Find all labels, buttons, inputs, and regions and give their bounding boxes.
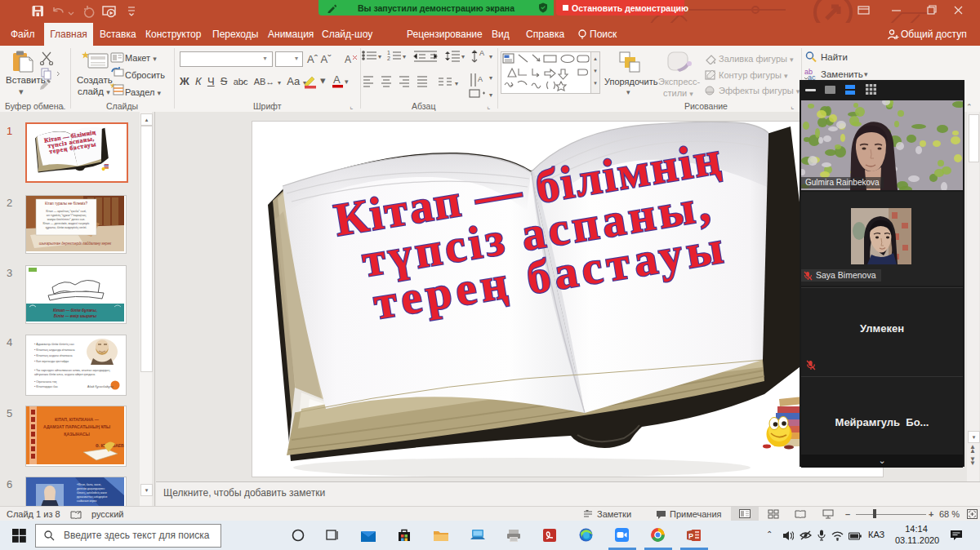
svg-text:1: 1 [387,50,390,55]
svg-text:▾: ▾ [489,74,492,82]
svg-text:А: А [479,49,484,57]
svg-text:А: А [333,73,341,86]
svg-text:Кітап — арабтың "қасба" сөзі,: Кітап — арабтың "қасба" сөзі, [46,210,86,213]
svg-text:Абай Құнанбайұлы: Абай Құнанбайұлы [87,385,114,388]
svg-text:• Адамзатқа білім біліктің сан: • Адамзатқа білім біліктің сан [34,343,74,346]
svg-text:▾: ▾ [320,74,326,86]
svg-text:сыйынып керек: сыйынып керек [77,499,97,503]
svg-text:• Кітаптың алдында кітапхана: • Кітаптың алдында кітапхана [34,348,74,352]
svg-text:• Кітаптың андағы кітапхана: • Кітаптың андағы кітапхана [34,354,73,357]
svg-text:руханиаттың өзіндеріне: руханиаттың өзіндеріне [77,495,107,499]
svg-text:2: 2 [387,55,390,61]
svg-text:• Оқығанына тоқ: • Оқығанына тоқ [34,380,57,384]
svg-text:шығарылған деректерді пайдалан: шығарылған деректерді пайдалану керек [39,241,112,246]
svg-text:А: А [345,54,351,65]
svg-text:жазуы бекітілген" деген сөз.: жазуы бекітілген" деген сөз. [47,218,86,221]
svg-text:Кітап — дегеніміз, мәдені төңк: Кітап — дегеніміз, мәдені төңкеріс [42,222,89,225]
svg-text:құралы, білім көздерінің негіз: құралы, білім көздерінің негізі. [46,226,87,229]
svg-text:▾: ▾ [345,78,349,86]
svg-text:АДАМЗАТ ПАРАСАТЫНЫҢ ҰЛЫ: АДАМЗАТ ПАРАСАТЫНЫҢ ҰЛЫ [43,424,110,429]
svg-text:Кітап — білім бұлағы,: Кітап — білім бұлағы, [53,308,97,313]
svg-text:▾: ▾ [378,53,381,60]
svg-text:ҚАЗЫНАСЫ: ҚАЗЫНАСЫ [64,432,89,437]
svg-text:▾: ▾ [461,53,465,60]
svg-text:• Үш нәрседен айтылмасын алма,: • Үш нәрседен айтылмасын алма, аталған а… [34,369,109,372]
svg-text:▾: ▾ [489,91,492,99]
svg-text:дегенім дақылдықпен: дегенім дақылдықпен [77,487,105,490]
svg-text:• Көп оқығанды қостайды: • Көп оқығанды қостайды [34,360,69,363]
svg-text:айтуынша білім алса, андағы ай: айтуынша білім алса, андағы айқол қолдан… [34,373,95,376]
svg-text:P: P [688,532,693,540]
svg-text:Білім — өмір шырағы: Білім — өмір шырағы [54,314,97,318]
svg-text:ол түркінің "құжат"/"парақтың: ол түркінің "құжат"/"парақтың [47,214,87,217]
svg-text:▾: ▾ [489,53,492,60]
svg-text:«Кітап, бала, және,: «Кітап, бала, және, [77,483,101,486]
svg-text:КІТАП, КІТАПХАНА —: КІТАП, КІТАПХАНА — [55,417,100,422]
svg-text:▾: ▾ [455,80,458,87]
svg-text:Кітап туралы не білеміз?: Кітап туралы не білеміз? [45,202,87,206]
svg-text:▾: ▾ [403,53,406,60]
svg-text:білсең, өкінбейсің және: білсең, өкінбейсің және [77,491,107,495]
svg-text:А: А [478,75,483,83]
svg-text:• Кітаптардан бас: • Кітаптардан бас [34,385,58,388]
